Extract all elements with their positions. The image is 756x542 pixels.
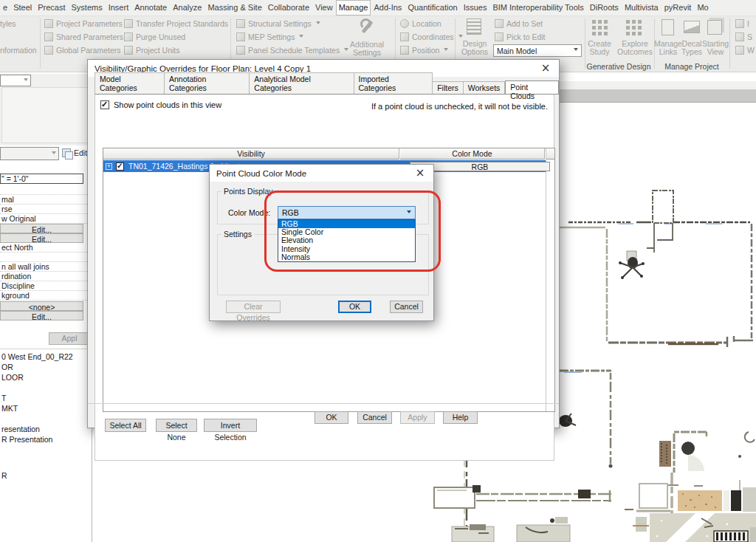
starting-view-icon[interactable] bbox=[707, 20, 722, 35]
purge-unused-button[interactable]: Purge Unused bbox=[124, 32, 185, 41]
column-header-color-mode[interactable]: Color Mode bbox=[400, 148, 545, 159]
property-row[interactable]: kground bbox=[0, 291, 90, 301]
close-icon[interactable]: × bbox=[413, 168, 427, 179]
option-normals[interactable]: Normals bbox=[278, 253, 415, 261]
browser-item[interactable]: LOOR bbox=[1, 373, 90, 383]
property-row[interactable] bbox=[0, 185, 90, 195]
invert-selection-button[interactable]: Invert Selection bbox=[204, 419, 257, 432]
browser-item[interactable]: T bbox=[1, 394, 90, 403]
expand-icon[interactable]: + bbox=[106, 163, 112, 170]
browser-item[interactable]: R bbox=[1, 471, 90, 481]
ribbon-tab-precast[interactable]: Precast bbox=[35, 0, 68, 16]
project-units-button[interactable]: Project Units bbox=[124, 46, 180, 55]
clear-overrides-button[interactable]: Clear Overrides bbox=[226, 301, 281, 313]
row-checkbox-checked-icon[interactable] bbox=[116, 162, 124, 171]
view-scale-field[interactable]: " = 1'-0" bbox=[0, 174, 83, 184]
design-options-label[interactable]: DesignOptions bbox=[458, 40, 492, 56]
ribbon-tab-systems[interactable]: Systems bbox=[69, 0, 106, 16]
cancel-button[interactable]: Cancel bbox=[357, 411, 392, 424]
edit-button[interactable]: Edit... bbox=[0, 233, 83, 243]
manage-links-icon[interactable] bbox=[662, 19, 674, 35]
ribbon-information-fragment[interactable]: nformation bbox=[0, 46, 37, 55]
color-mode-select[interactable]: RGB bbox=[278, 206, 416, 219]
mep-settings-dropdown[interactable]: MEP Settings bbox=[236, 32, 303, 41]
edit-button[interactable]: Edit... bbox=[0, 224, 83, 233]
ribbon-tab-view[interactable]: View bbox=[312, 0, 336, 16]
tab-imported-categories[interactable]: Imported Categories bbox=[354, 72, 433, 95]
property-row[interactable]: ect North bbox=[0, 243, 90, 253]
ribbon-tab-steel[interactable]: Steel bbox=[10, 0, 35, 16]
type-selector[interactable] bbox=[0, 147, 59, 160]
browser-item[interactable]: R Presentation bbox=[1, 435, 90, 445]
additional-settings-icon[interactable] bbox=[359, 18, 375, 36]
ribbon-tab-insert[interactable]: Insert bbox=[106, 0, 132, 16]
create-study-icon[interactable] bbox=[592, 20, 596, 24]
tab-annotation-categories[interactable]: Annotation Categories bbox=[165, 72, 250, 95]
global-parameters-button[interactable]: Global Parameters bbox=[44, 46, 121, 55]
ribbon-tab-bim-interop[interactable]: BIM Interoperability Tools bbox=[489, 0, 586, 16]
ribbon-tab-analyze[interactable]: Analyze bbox=[170, 0, 205, 16]
ribbon-tab-quantification[interactable]: Quantification bbox=[405, 0, 460, 16]
create-study-label[interactable]: CreateStudy bbox=[583, 40, 616, 56]
tab-filters[interactable]: Filters bbox=[433, 81, 464, 95]
starting-view-label[interactable]: StartingView bbox=[700, 40, 731, 56]
select-none-button[interactable]: Select None bbox=[156, 419, 197, 432]
property-row[interactable] bbox=[0, 253, 90, 262]
phase-filter-button[interactable]: <none> bbox=[0, 301, 83, 311]
ribbon-tab-addins[interactable]: Add-Ins bbox=[371, 0, 405, 16]
interop-tool-3[interactable]: W bbox=[735, 46, 755, 55]
property-row[interactable]: rse bbox=[0, 205, 90, 214]
browser-item[interactable]: OR bbox=[1, 363, 90, 372]
add-to-set-button[interactable]: Add to Set bbox=[495, 19, 543, 28]
interop-tool-2[interactable]: S bbox=[735, 32, 752, 41]
ribbon-styles-fragment[interactable]: tyles bbox=[0, 19, 16, 28]
tab-analytical-model-categories[interactable]: Analytical Model Categories bbox=[250, 72, 354, 95]
option-single-color[interactable]: Single Color bbox=[278, 228, 415, 236]
project-parameters-button[interactable]: Project Parameters bbox=[44, 19, 123, 28]
option-elevation[interactable]: Elevation bbox=[278, 236, 415, 244]
ribbon-tab-multivista[interactable]: Multivista bbox=[622, 0, 662, 16]
column-header-visibility[interactable]: Visibility bbox=[103, 148, 399, 159]
interop-tool-1[interactable]: I bbox=[735, 19, 749, 28]
coordinates-dropdown[interactable]: Coordinates bbox=[400, 32, 463, 41]
ribbon-tab-annotate[interactable]: Annotate bbox=[131, 0, 170, 16]
close-icon[interactable]: × bbox=[539, 63, 552, 74]
additional-settings-label[interactable]: AdditionalSettings bbox=[346, 41, 388, 57]
browser-item[interactable]: resentation bbox=[1, 425, 90, 434]
browser-item[interactable]: 0 West End_00_R22 bbox=[1, 352, 90, 362]
tab-point-clouds[interactable]: Point Clouds bbox=[505, 80, 559, 95]
option-intensity[interactable]: Intensity bbox=[278, 245, 415, 253]
ribbon-tab-diroots[interactable]: DiRoots bbox=[587, 0, 622, 16]
view-type-select[interactable] bbox=[0, 75, 31, 86]
apply-button[interactable]: Apply bbox=[400, 411, 435, 424]
cancel-button[interactable]: Cancel bbox=[390, 301, 423, 313]
edit-button[interactable]: Edit... bbox=[0, 311, 83, 320]
location-button[interactable]: Location bbox=[400, 19, 441, 28]
ribbon-tab-manage[interactable]: Manage bbox=[336, 0, 371, 16]
property-row[interactable]: w Original bbox=[0, 214, 90, 224]
transfer-project-standards-button[interactable]: Transfer Project Standards bbox=[124, 19, 228, 28]
design-options-icon[interactable] bbox=[467, 18, 481, 35]
active-design-option-select[interactable]: Main Model bbox=[493, 44, 582, 57]
apply-button[interactable]: Appl bbox=[49, 332, 90, 345]
show-point-clouds-checkbox[interactable]: Show point clouds in this view bbox=[100, 100, 221, 109]
property-row[interactable]: mal bbox=[0, 195, 90, 205]
ribbon-tab-pyrevit[interactable]: pyRevit bbox=[662, 0, 695, 16]
ribbon-tab-collaborate[interactable]: Collaborate bbox=[265, 0, 312, 16]
tab-worksets[interactable]: Worksets bbox=[464, 81, 506, 95]
property-row[interactable]: n all wall joins bbox=[0, 262, 90, 272]
ok-button[interactable]: OK bbox=[315, 411, 348, 424]
explore-outcomes-label[interactable]: ExploreOutcomes bbox=[616, 40, 654, 56]
option-rgb[interactable]: RGB bbox=[278, 220, 415, 228]
panel-schedule-templates-dropdown[interactable]: Panel Schedule Templates bbox=[236, 46, 348, 55]
ribbon-tab-massing-site[interactable]: Massing & Site bbox=[205, 0, 264, 16]
property-row[interactable]: Discipline bbox=[0, 281, 90, 291]
help-button[interactable]: Help bbox=[443, 411, 478, 424]
select-all-button[interactable]: Select All bbox=[105, 419, 146, 432]
ribbon-tab-issues[interactable]: Issues bbox=[461, 0, 490, 16]
ribbon-tab-fragment[interactable]: e bbox=[0, 0, 10, 16]
property-row[interactable]: rdination bbox=[0, 272, 90, 281]
tab-model-categories[interactable]: Model Categories bbox=[94, 72, 165, 95]
structural-settings-dropdown[interactable]: Structural Settings bbox=[236, 19, 320, 28]
position-dropdown[interactable]: Position bbox=[400, 46, 448, 55]
